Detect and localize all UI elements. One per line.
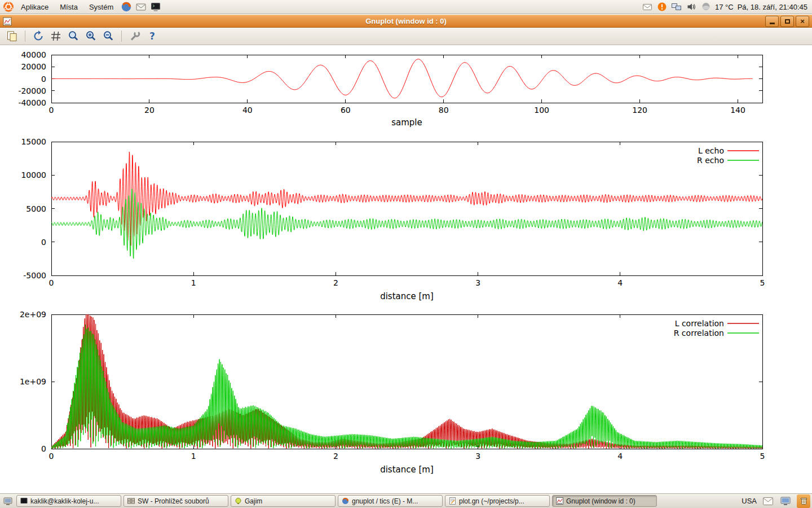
taskbar-window-label: SW - Prohlížeč souborů <box>138 497 209 505</box>
menu-system[interactable]: Systém <box>84 1 118 13</box>
x-tick-label: 3 <box>475 278 480 287</box>
panel-status-area: 17 °C Pá, 18. září, 21:40:45 <box>642 2 810 12</box>
chart-echo[interactable]: 012345-5000050001000015000L echoR echodi… <box>0 135 812 308</box>
taskbar-window-label: gnuplot / tics (E) - M... <box>352 497 418 505</box>
firefox-launcher-icon[interactable] <box>120 0 133 14</box>
x-tick-label: 4 <box>617 452 623 461</box>
taskbar-window-firefox[interactable]: gnuplot / tics (E) - M... <box>338 495 443 507</box>
temperature-label: 17 °C <box>715 3 734 11</box>
desktop-screen: Aplikace Místa Systém <box>0 0 812 508</box>
mail-notification-icon[interactable] <box>642 2 652 12</box>
taskbar-window-terminal[interactable]: kaklik@kaklik-kolej-u... <box>16 495 121 507</box>
x-tick-label: 2 <box>333 452 338 461</box>
y-tick-label: 0 <box>41 75 46 84</box>
x-tick-label: 3 <box>475 452 480 461</box>
weather-icon[interactable] <box>700 2 711 12</box>
show-desktop-button[interactable] <box>2 495 14 507</box>
chart-correlation[interactable]: 01234501e+092e+09L correlationR correlat… <box>0 308 812 485</box>
toolbar-separator <box>25 30 25 42</box>
x-tick-label: 5 <box>760 452 765 461</box>
email-launcher-icon[interactable] <box>134 0 148 14</box>
keyboard-layout-indicator[interactable]: USA <box>742 497 757 505</box>
y-tick-label: 2e+09 <box>20 310 46 319</box>
taskbar-window-label: plot.gn (~/projects/p... <box>459 497 524 505</box>
legend-label: L correlation <box>675 319 724 328</box>
zoom-button[interactable] <box>66 29 81 43</box>
zoom-in-button[interactable] <box>83 29 98 43</box>
y-tick-label: 10000 <box>21 170 46 179</box>
titlebar[interactable]: Gnuplot (window id : 0) × <box>0 15 812 28</box>
settings-button[interactable] <box>127 29 142 43</box>
mail-tray-icon[interactable] <box>762 495 774 507</box>
legend-label: R correlation <box>674 329 724 338</box>
y-tick-label: 5000 <box>26 204 46 213</box>
maximize-button[interactable] <box>780 16 794 27</box>
x-tick-label: 20 <box>144 106 155 115</box>
y-tick-label: -20000 <box>18 86 46 95</box>
menu-places[interactable]: Místa <box>55 1 83 13</box>
taskbar-window-text-editor[interactable]: plot.gn (~/projects/p... <box>445 495 550 507</box>
legend-label: R echo <box>697 156 724 165</box>
taskbar-window-gnuplot[interactable]: Gnuplot (window id : 0) <box>552 495 657 507</box>
series-l-echo <box>51 152 762 246</box>
x-tick-label: 2 <box>333 278 338 287</box>
chart-sample-waveform[interactable]: 020406080100120140-40000-200000200004000… <box>0 48 812 135</box>
taskbar-window-label: Gajim <box>245 497 262 505</box>
replot-button[interactable] <box>31 29 46 43</box>
zoom-out-button[interactable] <box>101 29 116 43</box>
x-tick-label: 120 <box>632 106 647 115</box>
gnuplot-toolbar: ? <box>0 28 812 45</box>
y-tick-label: -5000 <box>23 271 46 280</box>
software-update-icon[interactable] <box>656 2 667 12</box>
y-tick-label: 20000 <box>21 62 46 71</box>
taskbar-window-gajim[interactable]: Gajim <box>231 495 336 507</box>
y-tick-label: 40000 <box>21 50 46 59</box>
x-axis-label: sample <box>391 117 422 128</box>
clock-label[interactable]: Pá, 18. září, 21:40:45 <box>738 3 807 11</box>
x-tick-label: 60 <box>341 106 351 115</box>
gnuplot-plot-area[interactable]: 020406080100120140-40000-200000200004000… <box>0 45 812 493</box>
ubuntu-menu-icon[interactable] <box>2 1 15 13</box>
display-tray-icon[interactable] <box>779 495 792 507</box>
x-tick-label: 80 <box>439 106 449 115</box>
y-tick-label: 1e+09 <box>20 377 46 386</box>
x-tick-label: 5 <box>760 278 765 287</box>
series-signal <box>51 59 753 98</box>
x-tick-label: 4 <box>617 278 623 287</box>
x-tick-label: 0 <box>49 452 54 461</box>
taskbar-window-label: Gnuplot (window id : 0) <box>566 497 636 505</box>
x-axis-label: distance [m] <box>380 291 434 301</box>
volume-icon[interactable] <box>686 2 696 12</box>
gnuplot-window-icon <box>3 16 13 27</box>
x-axis-label: distance [m] <box>380 465 434 475</box>
gnome-taskbar: kaklik@kaklik-kolej-u... SW - Prohlížeč … <box>0 493 812 508</box>
copy-to-clipboard-button[interactable] <box>5 29 19 43</box>
x-tick-label: 40 <box>242 106 253 115</box>
x-tick-label: 0 <box>49 278 54 287</box>
x-tick-label: 1 <box>191 278 196 287</box>
taskbar-tray: USA <box>742 494 810 508</box>
taskbar-window-label: kaklik@kaklik-kolej-u... <box>30 497 99 505</box>
close-button[interactable]: × <box>796 16 809 27</box>
toolbar-separator <box>121 30 122 42</box>
help-button[interactable]: ? <box>145 29 160 43</box>
x-tick-label: 140 <box>730 106 745 115</box>
network-icon[interactable] <box>671 2 682 12</box>
svg-text:?: ? <box>149 30 155 42</box>
y-tick-label: -40000 <box>18 98 46 107</box>
gnome-top-panel: Aplikace Místa Systém <box>0 0 812 14</box>
series-r-correlation <box>51 325 762 449</box>
toggle-grid-button[interactable] <box>48 29 63 43</box>
x-tick-label: 1 <box>191 452 196 461</box>
trash-applet[interactable] <box>797 494 810 508</box>
menu-applications[interactable]: Aplikace <box>16 1 54 13</box>
y-tick-label: 0 <box>41 444 46 453</box>
taskbar-window-file-manager[interactable]: SW - Prohlížeč souborů <box>123 495 228 507</box>
x-tick-label: 100 <box>534 106 549 115</box>
y-tick-label: 0 <box>41 238 46 247</box>
terminal-launcher-icon[interactable] <box>149 0 162 14</box>
minimize-button[interactable] <box>765 16 779 27</box>
legend-label: L echo <box>698 146 724 155</box>
x-tick-label: 0 <box>49 106 54 115</box>
y-tick-label: 15000 <box>21 137 46 146</box>
